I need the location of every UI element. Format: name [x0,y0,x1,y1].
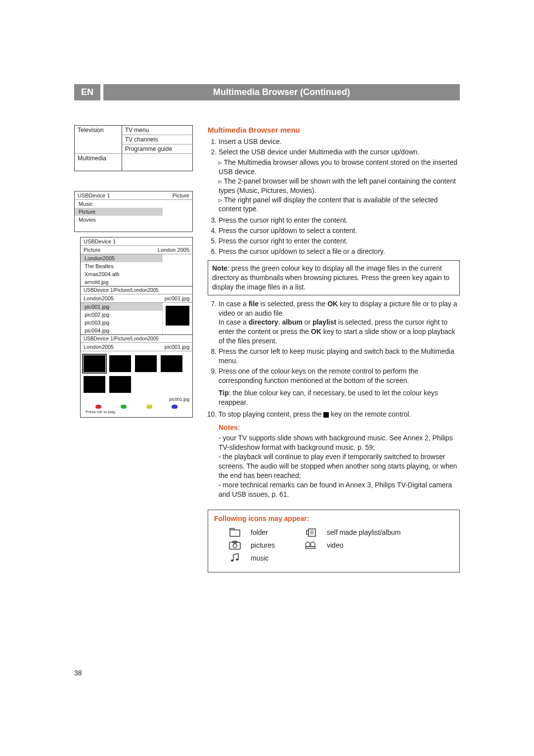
s10b: key on the remote control. [329,410,411,418]
menu-left-multimedia: Multimedia [75,154,122,171]
b4-thumb-2 [109,355,131,372]
b1-item-music: Music [75,200,163,208]
svg-point-9 [311,542,315,547]
b4-color-keys [81,402,192,410]
folder-label: folder [251,528,300,537]
b2-sub-right: London 2005 [158,247,189,253]
b4-thumb-5 [84,376,105,393]
svg-point-6 [233,544,237,548]
section-heading: Multimedia Browser menu [208,125,460,135]
blue-key-icon [172,405,178,409]
left-column: Television TV menu TV channels Programme… [74,125,193,418]
music-label: music [251,554,300,563]
svg-rect-0 [230,530,240,536]
b3-sub-right: pic001.jpg [165,295,189,301]
s7i: album [282,318,302,326]
note-item-2: the playback will continue to play even … [219,452,460,480]
video-label: video [327,541,453,550]
note1-text: : press the green colour key to display … [212,264,449,291]
menu-right-tvmenu: TV menu [122,126,192,135]
b2-sub-left: Picture [84,247,158,253]
green-key-icon [121,405,127,409]
step-6: Press the cursor up/down to select a fil… [219,247,460,256]
b1-item-picture: Picture [75,208,163,216]
b4-thumb-4 [161,355,182,372]
b3-item-4: pic004.jpg [81,327,162,334]
s7d: OK [327,300,338,308]
yellow-key-icon [146,405,152,409]
step-3: Press the cursor right to enter the cont… [219,216,460,225]
note-item-3: more technical remarks can be found in A… [219,480,460,499]
b1-item-blank [75,224,163,232]
b4-path: USBDevice 1/Picture/London2005 [81,335,192,343]
step-7: In case a file is selected, press the OK… [219,299,460,346]
step-9: Press one of the colour keys on the remo… [219,367,460,385]
step-1: Insert a USB device. [219,137,460,146]
b3-preview [163,303,192,334]
b1-item-movies: Movies [75,216,163,224]
instructions-list-3: To stop playing content, press the key o… [208,410,460,419]
tip-text: : the blue colour key can, if necessary,… [219,389,438,406]
b4-thumb-3 [135,355,157,372]
b2-item-xmas: Xmas2004.alb [81,270,163,278]
step-5: Press the cursor right to enter the cont… [219,236,460,246]
s7j: or [303,318,312,326]
b3-item-2: pic002.jpg [81,311,162,319]
step-2c: The right panel will display the content… [219,195,460,214]
step-2a: The Multimedia browser allows you to bro… [219,158,460,177]
b1-preview [163,200,192,232]
instructions-list-2: In case a file is selected, press the OK… [208,299,460,385]
browser-pane-2: USBDevice 1 Picture London 2005 London20… [80,237,193,286]
video-icon [305,540,317,550]
menu-right-programme: Programme guide [122,144,192,154]
b2-item-beatles: The Beatles [81,262,163,270]
b4-thumbnails [81,351,192,397]
s7k: playlist [312,318,336,326]
menu-left-blank1 [75,135,122,144]
step-2-text: Select the USB device under Multimedia w… [219,148,419,156]
icons-legend-box: Following icons may appear: folder self … [208,510,460,572]
svg-rect-10 [306,547,315,549]
tip-line: Tip: the blue colour key can, if necessa… [219,388,460,407]
menu-left-blank2 [75,144,122,154]
instructions-list: Insert a USB device. Select the USB devi… [208,137,460,256]
svg-point-8 [306,542,310,547]
pictures-label: pictures [251,541,300,550]
b4-sub-right: pic001.jpg [165,344,189,350]
b1-title-left: USBDevice 1 [78,192,173,198]
b2-item-arnold: arnold.jpg [81,278,163,286]
s7f: In case a [219,318,249,326]
language-badge: EN [74,84,100,100]
s7c: is selected, press the [259,300,327,308]
b3-item-1: pic001.jpg [81,303,162,311]
b2-title: USBDevice 1 [84,238,189,244]
menu-left-television: Television [75,126,122,135]
b3-preview-thumb [166,306,189,326]
s7b: file [249,300,259,308]
browser-stack: USBDevice 1 Picture Music Picture Movies [74,191,193,418]
playlist-icon [305,527,317,537]
note-block-1: Note: press the green colour key to disp… [208,260,460,295]
b3-item-3: pic003.jpg [81,319,162,327]
s7g: directory [249,318,278,326]
tip-bold: Tip [219,389,229,397]
step-8: Press the cursor left to keep music play… [219,347,460,366]
b4-sub-left: London2005 [84,344,165,350]
menu-right-tvchannels: TV channels [122,135,192,144]
note-item-1: your TV supports slide shows with backgr… [219,433,460,452]
browser-pane-4: USBDevice 1/Picture/London2005 London200… [80,334,193,418]
b4-thumb-1 [84,355,105,372]
b3-path: USBDevice 1/Picture/London2005 [81,286,192,294]
page-header: EN Multimedia Browser (Continued) [74,84,460,100]
step-4: Press the cursor up/down to select a con… [219,226,460,236]
svg-point-11 [231,560,233,562]
page-title: Multimedia Browser (Continued) [103,84,460,100]
s10a: To stop playing content, press the [219,410,323,418]
playlist-label: self made playlist/album [327,528,453,537]
browser-pane-1: USBDevice 1 Picture Music Picture Movies [74,191,193,232]
right-column: Multimedia Browser menu Insert a USB dev… [208,125,460,572]
s7a: In case a [219,300,249,308]
notes-section: Notes: your TV supports slide shows with… [219,423,460,499]
svg-rect-5 [229,542,240,549]
tv-menu-box: Television TV menu TV channels Programme… [74,125,193,171]
